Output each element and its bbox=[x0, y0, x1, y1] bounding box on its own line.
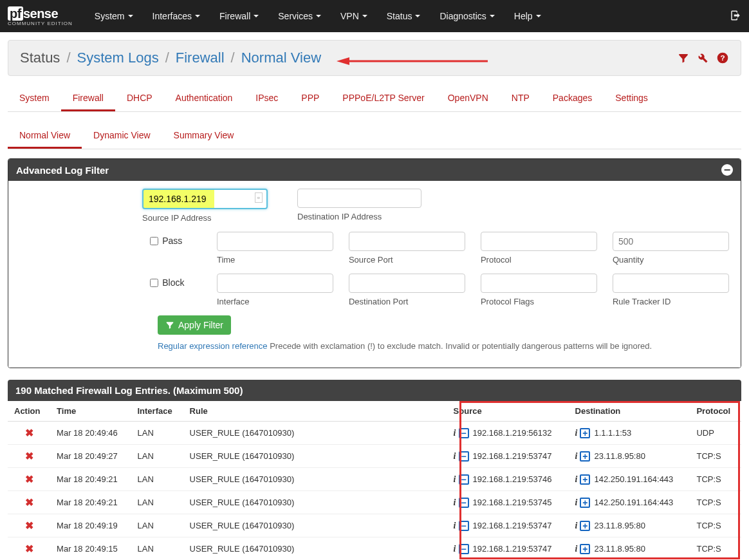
th-destination[interactable]: Destination bbox=[569, 401, 690, 422]
wrench-icon[interactable] bbox=[697, 52, 708, 64]
minus-icon[interactable]: − bbox=[459, 451, 469, 462]
nav-vpn[interactable]: VPN bbox=[340, 11, 367, 21]
info-icon[interactable]: i bbox=[454, 474, 456, 485]
plus-icon[interactable]: + bbox=[580, 474, 590, 485]
time-input[interactable] bbox=[217, 232, 333, 251]
th-source[interactable]: Source bbox=[447, 401, 569, 422]
dest-ip-label: Destination IP Address bbox=[297, 212, 421, 221]
info-icon[interactable]: i bbox=[575, 428, 578, 438]
dest-port-input[interactable] bbox=[349, 274, 465, 293]
cell-protocol: TCP:S bbox=[690, 468, 741, 491]
subtab-normal[interactable]: Normal View bbox=[8, 124, 82, 149]
tracker-input[interactable] bbox=[613, 274, 729, 293]
regex-link[interactable]: Regular expression reference bbox=[158, 341, 268, 351]
plus-icon[interactable]: + bbox=[580, 544, 590, 554]
info-icon[interactable]: i bbox=[575, 544, 578, 554]
minus-icon[interactable]: − bbox=[459, 428, 469, 438]
breadcrumb: Status / System Logs / Firewall / Normal… bbox=[20, 50, 321, 66]
apply-filter-button[interactable]: Apply Filter bbox=[158, 315, 231, 335]
info-icon[interactable]: i bbox=[575, 498, 578, 508]
block-icon[interactable]: ✖ bbox=[25, 520, 33, 531]
cell-source: i−192.168.1.219:53747 bbox=[447, 514, 569, 537]
plus-icon[interactable]: + bbox=[580, 498, 590, 508]
tab-system[interactable]: System bbox=[8, 86, 61, 111]
quantity-input[interactable] bbox=[613, 232, 729, 251]
help-icon[interactable]: ? bbox=[716, 51, 729, 64]
block-icon[interactable]: ✖ bbox=[25, 497, 33, 508]
plus-icon[interactable]: + bbox=[580, 521, 590, 531]
subtab-dynamic[interactable]: Dynamic View bbox=[82, 124, 162, 149]
filter-icon[interactable] bbox=[678, 52, 689, 64]
info-icon[interactable]: i bbox=[575, 451, 578, 462]
interface-input[interactable] bbox=[217, 274, 333, 293]
cell-rule: USER_RULE (1647010930) bbox=[183, 514, 447, 537]
breadcrumb-systemlogs[interactable]: System Logs bbox=[77, 50, 159, 66]
filter-title: Advanced Log Filter bbox=[16, 165, 109, 176]
tab-packages[interactable]: Packages bbox=[541, 86, 604, 111]
th-protocol[interactable]: Protocol bbox=[690, 401, 741, 422]
nav-services[interactable]: Services bbox=[278, 11, 321, 21]
tab-openvpn[interactable]: OpenVPN bbox=[436, 86, 500, 111]
nav-interfaces[interactable]: Interfaces bbox=[153, 11, 200, 21]
plus-icon[interactable]: + bbox=[580, 428, 590, 438]
tab-auth[interactable]: Authentication bbox=[164, 86, 245, 111]
proto-flags-input[interactable] bbox=[481, 274, 597, 293]
plus-icon[interactable]: + bbox=[580, 451, 590, 462]
nav-firewall[interactable]: Firewall bbox=[219, 11, 259, 21]
input-addon-icon[interactable]: ▫ bbox=[255, 192, 263, 203]
minus-icon[interactable]: − bbox=[459, 498, 469, 508]
info-icon[interactable]: i bbox=[454, 451, 456, 462]
info-icon[interactable]: i bbox=[454, 498, 456, 508]
tab-ntp[interactable]: NTP bbox=[500, 86, 541, 111]
block-icon[interactable]: ✖ bbox=[25, 427, 33, 438]
source-port-input[interactable] bbox=[349, 232, 465, 251]
dest-ip-input[interactable] bbox=[297, 189, 421, 208]
log-title: 190 Matched Firewall Log Entries. (Maxim… bbox=[15, 385, 243, 396]
th-action[interactable]: Action bbox=[8, 401, 50, 422]
block-checkbox[interactable] bbox=[150, 279, 158, 287]
logo[interactable]: pfsense COMMUNITY EDITION bbox=[8, 6, 73, 26]
th-interface[interactable]: Interface bbox=[131, 401, 183, 422]
info-icon[interactable]: i bbox=[454, 428, 456, 438]
main-tabs: System Firewall DHCP Authentication IPse… bbox=[8, 86, 741, 112]
block-icon[interactable]: ✖ bbox=[25, 543, 33, 554]
svg-marker-1 bbox=[337, 57, 349, 65]
nav-system[interactable]: System bbox=[95, 11, 133, 21]
th-time[interactable]: Time bbox=[50, 401, 131, 422]
breadcrumb-firewall[interactable]: Firewall bbox=[176, 50, 225, 66]
block-icon[interactable]: ✖ bbox=[25, 474, 33, 485]
tab-ipsec[interactable]: IPsec bbox=[244, 86, 290, 111]
collapse-icon[interactable]: − bbox=[721, 164, 733, 176]
help-text: Precede with exclamation (!) to exclude … bbox=[270, 341, 652, 351]
minus-icon[interactable]: − bbox=[459, 474, 469, 485]
cell-interface: LAN bbox=[131, 537, 183, 561]
tab-settings[interactable]: Settings bbox=[604, 86, 660, 111]
table-row: ✖Mar 18 20:49:46LANUSER_RULE (1647010930… bbox=[8, 422, 741, 445]
tab-pppoe[interactable]: PPPoE/L2TP Server bbox=[331, 86, 436, 111]
protocol-input[interactable] bbox=[481, 232, 597, 251]
info-icon[interactable]: i bbox=[575, 474, 578, 485]
svg-text:?: ? bbox=[720, 53, 725, 62]
tab-dhcp[interactable]: DHCP bbox=[115, 86, 164, 111]
info-icon[interactable]: i bbox=[454, 544, 456, 554]
subtab-summary[interactable]: Summary View bbox=[162, 124, 246, 149]
minus-icon[interactable]: − bbox=[459, 521, 469, 531]
nav-diagnostics[interactable]: Diagnostics bbox=[439, 11, 494, 21]
filter-panel-heading: Advanced Log Filter − bbox=[8, 159, 741, 181]
pass-checkbox[interactable] bbox=[150, 237, 158, 245]
info-icon[interactable]: i bbox=[575, 521, 578, 531]
source-ip-input[interactable] bbox=[142, 189, 268, 209]
info-icon[interactable]: i bbox=[454, 521, 456, 531]
logout-icon[interactable] bbox=[730, 10, 741, 23]
tab-firewall[interactable]: Firewall bbox=[61, 86, 115, 111]
nav-menu: System Interfaces Firewall Services VPN … bbox=[95, 11, 541, 21]
block-icon[interactable]: ✖ bbox=[25, 451, 33, 462]
nav-help[interactable]: Help bbox=[514, 11, 541, 21]
nav-status[interactable]: Status bbox=[387, 11, 421, 21]
tab-ppp[interactable]: PPP bbox=[290, 86, 331, 111]
cell-destination: i+23.11.8.95:80 bbox=[569, 514, 690, 537]
breadcrumb-normalview[interactable]: Normal View bbox=[241, 50, 321, 66]
cell-time: Mar 18 20:49:27 bbox=[50, 445, 131, 468]
th-rule[interactable]: Rule bbox=[183, 401, 447, 422]
minus-icon[interactable]: − bbox=[459, 544, 469, 554]
